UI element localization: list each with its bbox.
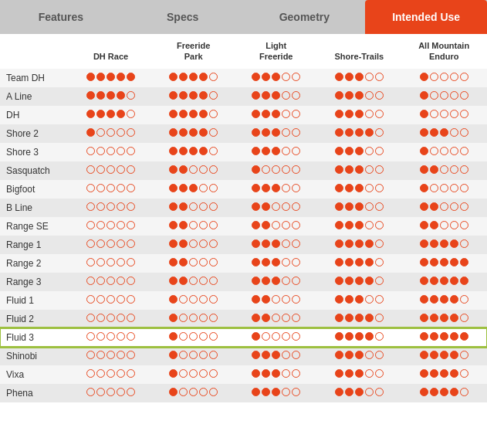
nav-tab-geometry[interactable]: Geometry (244, 0, 366, 34)
dot-filled (272, 277, 280, 285)
dot-empty (365, 73, 374, 81)
dot-empty (292, 110, 300, 118)
dot-empty (107, 314, 115, 322)
dot-filled (179, 91, 188, 100)
dot-rating (420, 147, 468, 155)
dot-filled (460, 277, 468, 285)
dot-empty (199, 388, 208, 396)
dot-empty (199, 332, 208, 341)
dot-filled (440, 388, 448, 396)
row-name: Phena (0, 384, 69, 402)
dot-filled (345, 110, 353, 118)
rating-cell (317, 236, 401, 254)
dot-rating (252, 73, 300, 81)
nav-tab-intended-use[interactable]: Intended Use (365, 0, 487, 34)
dot-empty (199, 295, 208, 304)
row-name: Team DH (0, 69, 69, 87)
nav-tab-specs[interactable]: Specs (122, 0, 244, 34)
dot-empty (127, 221, 135, 229)
dot-empty (107, 128, 115, 137)
dot-empty (282, 295, 290, 304)
dot-filled (355, 295, 364, 304)
dot-rating (420, 277, 468, 285)
dot-empty (262, 332, 270, 341)
dot-empty (292, 295, 300, 304)
dot-empty (272, 202, 280, 211)
row-name: Bigfoot (0, 180, 69, 199)
nav-tabs[interactable]: FeaturesSpecsGeometryIntended Use (0, 0, 487, 34)
dot-empty (179, 351, 188, 359)
dot-filled (262, 128, 270, 137)
dot-empty (365, 165, 374, 174)
dot-empty (86, 202, 95, 211)
dot-empty (450, 147, 458, 155)
dot-empty (450, 128, 458, 137)
dot-empty (272, 295, 280, 304)
dot-empty (96, 388, 105, 396)
dot-filled (107, 110, 115, 118)
dot-empty (272, 221, 280, 229)
row-name: A Line (0, 87, 69, 106)
dot-empty (96, 184, 105, 192)
dot-empty (117, 128, 125, 137)
dot-filled (355, 258, 364, 266)
dot-filled (345, 73, 353, 81)
rating-cell (235, 384, 317, 402)
dot-filled (262, 91, 270, 100)
rating-cell (401, 124, 487, 143)
dot-empty (86, 369, 95, 378)
dot-empty (189, 351, 198, 359)
dot-filled (345, 369, 353, 378)
dot-empty (96, 202, 105, 211)
dot-filled (179, 110, 188, 118)
dot-filled (450, 239, 458, 248)
dot-rating (420, 73, 468, 81)
dot-empty (199, 221, 208, 229)
dot-filled (335, 388, 343, 396)
dot-filled (355, 202, 364, 211)
dot-empty (375, 388, 384, 396)
dot-empty (375, 128, 384, 137)
table-row: DH (0, 106, 487, 124)
dot-filled (179, 165, 188, 174)
dot-filled (179, 184, 188, 192)
dot-filled (199, 147, 208, 155)
dot-empty (282, 147, 290, 155)
dot-filled (199, 110, 208, 118)
dot-rating (420, 388, 468, 396)
dot-filled (117, 110, 125, 118)
dot-rating (86, 91, 135, 100)
dot-filled (169, 110, 178, 118)
dot-filled (345, 332, 353, 341)
dot-empty (292, 73, 300, 81)
rating-cell (152, 328, 235, 347)
dot-empty (292, 147, 300, 155)
dot-empty (460, 388, 468, 396)
dot-filled (420, 91, 428, 100)
dot-filled (440, 258, 448, 266)
dot-empty (209, 277, 218, 285)
dot-filled (272, 184, 280, 192)
dot-filled (335, 184, 343, 192)
rating-cell (152, 347, 235, 365)
table-row: B Line (0, 199, 487, 217)
rating-cell (235, 124, 317, 143)
dot-rating (86, 295, 135, 304)
rating-cell (317, 347, 401, 365)
nav-tab-features[interactable]: Features (0, 0, 122, 34)
rating-cell (69, 143, 152, 161)
dot-filled (199, 128, 208, 137)
dot-filled (460, 332, 468, 341)
dot-empty (199, 258, 208, 266)
rating-cell (317, 328, 401, 347)
dot-rating (252, 369, 300, 378)
dot-filled (252, 147, 260, 155)
dot-empty (209, 128, 218, 137)
rating-cell (152, 384, 235, 402)
dot-rating (420, 239, 468, 248)
dot-empty (209, 165, 218, 174)
dot-empty (440, 184, 448, 192)
dot-empty (272, 165, 280, 174)
dot-empty (375, 165, 384, 174)
rating-cell (152, 199, 235, 217)
